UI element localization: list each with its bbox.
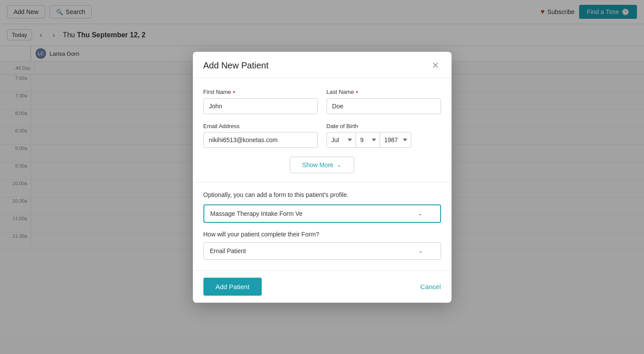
form-select-button[interactable]: Massage Therapy Intake Form Ve ⌄ [203, 204, 441, 223]
modal-header: Add New Patient ✕ [193, 52, 452, 78]
optional-text: Optionally, you can add a form to this p… [203, 191, 441, 198]
completion-method-label: Email Patient [210, 247, 246, 254]
dob-selects: JanFebMarApr MayJunJulAug SepOctNovDec 1… [327, 132, 441, 148]
modal-divider [193, 182, 452, 182]
name-row: First Name • Last Name • [203, 89, 441, 114]
email-group: Email Address [203, 123, 318, 148]
dob-month-select[interactable]: JanFebMarApr MayJunJulAug SepOctNovDec [327, 132, 356, 148]
chevron-down-icon-form: ⌄ [418, 210, 423, 217]
show-more-button[interactable]: Show More ⌄ [290, 157, 355, 173]
chevron-down-icon-completion: ⌄ [418, 247, 423, 254]
required-dot: • [233, 89, 235, 96]
modal-title: Add New Patient [203, 61, 269, 71]
cancel-button[interactable]: Cancel [420, 283, 441, 290]
form-select-label: Massage Therapy Intake Form Ve [210, 210, 303, 217]
email-input[interactable] [203, 132, 318, 148]
how-complete-label: How will your patient complete their For… [203, 231, 441, 238]
show-more-label: Show More [302, 161, 334, 168]
first-name-label: First Name • [203, 89, 318, 96]
add-patient-button[interactable]: Add Patient [203, 278, 262, 296]
modal-body: First Name • Last Name • Email Address D… [193, 78, 452, 270]
dob-year-select[interactable]: 19851986198719881989 [380, 132, 411, 148]
form-select-wrapper: Massage Therapy Intake Form Ve ⌄ [203, 204, 441, 223]
last-name-group: Last Name • [327, 89, 441, 114]
close-button[interactable]: ✕ [430, 61, 441, 70]
first-name-input[interactable] [203, 98, 318, 114]
add-new-patient-modal: Add New Patient ✕ First Name • Last Name… [193, 52, 452, 303]
email-dob-row: Email Address Date of Birth JanFebMarApr… [203, 123, 441, 148]
last-name-input[interactable] [327, 98, 441, 114]
first-name-group: First Name • [203, 89, 318, 114]
dob-label: Date of Birth [327, 123, 441, 129]
required-dot-last: • [356, 89, 358, 96]
dob-group: Date of Birth JanFebMarApr MayJunJulAug … [327, 123, 441, 148]
dob-day-select[interactable]: 12345 678910 [356, 132, 380, 148]
last-name-label: Last Name • [327, 89, 441, 96]
email-label: Email Address [203, 123, 318, 129]
show-more-row: Show More ⌄ [203, 157, 441, 173]
completion-method-select[interactable]: Email Patient ⌄ [203, 242, 441, 260]
completion-select-wrapper: Email Patient ⌄ [203, 242, 441, 260]
chevron-down-icon: ⌄ [337, 161, 342, 168]
modal-footer: Add Patient Cancel [193, 270, 452, 303]
